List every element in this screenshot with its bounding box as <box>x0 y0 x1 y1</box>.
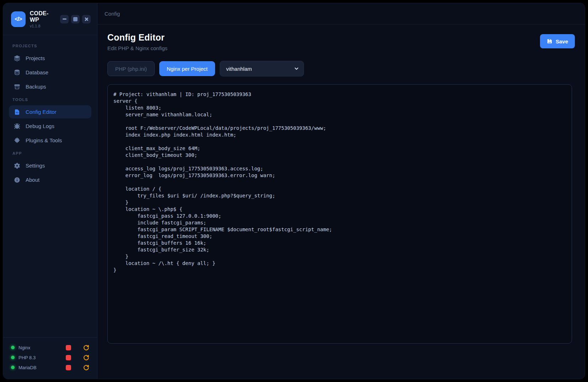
service-name: MariaDB <box>18 365 62 370</box>
section-label-app: APP <box>12 151 88 155</box>
refresh-icon[interactable] <box>83 355 89 361</box>
service-row-php: PHP 8.3 <box>11 352 89 362</box>
section-label-tools: TOOLS <box>12 97 88 102</box>
sidebar-item-label: Config Editor <box>26 109 57 115</box>
service-name: Nginx <box>18 345 62 350</box>
sidebar-item-label: Plugins & Tools <box>26 137 62 143</box>
sidebar-header: </> CODE-WP v1.1.8 <box>3 3 97 35</box>
sidebar-item-label: Backups <box>26 84 46 90</box>
app-logo-icon: </> <box>11 11 26 27</box>
sidebar: </> CODE-WP v1.1.8 PROJECTS Projects <box>3 3 97 379</box>
breadcrumb: Config <box>105 11 120 17</box>
service-row-mariadb: MariaDB <box>11 362 89 372</box>
sidebar-item-label: Database <box>26 69 48 75</box>
layers-icon <box>14 55 20 62</box>
sidebar-item-projects[interactable]: Projects <box>9 52 91 65</box>
status-dot <box>11 366 15 369</box>
app-title: CODE-WP <box>30 10 56 23</box>
sidebar-item-backups[interactable]: Backups <box>9 80 91 93</box>
tab-php-ini[interactable]: PHP (php.ini) <box>107 61 155 76</box>
section-label-projects: PROJECTS <box>12 44 88 48</box>
config-tabs: PHP (php.ini) Nginx per Project vithanhl… <box>107 61 575 76</box>
refresh-icon[interactable] <box>83 365 89 371</box>
page-title-block: Config Editor Edit PHP & Nginx configs <box>107 32 167 51</box>
service-row-nginx: Nginx <box>11 343 89 352</box>
refresh-icon[interactable] <box>83 345 89 351</box>
status-dot <box>11 346 15 349</box>
sidebar-item-settings[interactable]: Settings <box>9 159 91 172</box>
archive-icon <box>14 83 20 90</box>
app-title-block: CODE-WP v1.1.8 <box>30 10 56 28</box>
project-select-wrap: vithanhlam <box>220 61 304 76</box>
window-controls <box>60 15 91 23</box>
bug-icon <box>14 123 20 129</box>
stop-icon[interactable] <box>66 355 71 360</box>
save-button-label: Save <box>556 38 568 44</box>
page-header: Config Editor Edit PHP & Nginx configs S… <box>107 32 575 51</box>
minimize-icon <box>63 18 66 20</box>
maximize-button[interactable] <box>71 15 80 23</box>
database-icon <box>14 69 20 76</box>
topbar: Config <box>97 3 585 25</box>
save-icon <box>547 38 552 44</box>
service-status-panel: Nginx PHP 8.3 MariaDB <box>3 337 97 379</box>
status-dot <box>11 356 15 359</box>
sidebar-item-plugins-tools[interactable]: Plugins & Tools <box>9 134 91 147</box>
close-icon <box>84 17 89 21</box>
minimize-button[interactable] <box>60 15 69 23</box>
stop-icon[interactable] <box>66 345 71 350</box>
sidebar-item-label: Settings <box>26 163 45 169</box>
sidebar-item-debug-logs[interactable]: Debug Logs <box>9 120 91 133</box>
sidebar-item-database[interactable]: Database <box>9 66 91 79</box>
sidebar-nav: PROJECTS Projects Database Backups TO <box>3 35 97 337</box>
file-code-icon <box>14 108 20 115</box>
tab-nginx-per-project[interactable]: Nginx per Project <box>159 61 215 76</box>
page-title: Config Editor <box>107 32 167 43</box>
app-version: v1.1.8 <box>30 24 56 28</box>
gear-icon <box>14 162 20 169</box>
service-name: PHP 8.3 <box>18 355 62 360</box>
stop-icon[interactable] <box>66 365 71 370</box>
config-editor-textarea[interactable] <box>107 84 572 344</box>
maximize-icon <box>73 17 77 21</box>
sidebar-item-about[interactable]: About <box>9 173 91 186</box>
app-window: </> CODE-WP v1.1.8 PROJECTS Projects <box>3 3 585 379</box>
content: Config Editor Edit PHP & Nginx configs S… <box>97 25 585 379</box>
close-button[interactable] <box>82 15 91 23</box>
page-subtitle: Edit PHP & Nginx configs <box>107 45 167 51</box>
save-button[interactable]: Save <box>540 34 575 48</box>
project-select[interactable]: vithanhlam <box>220 61 304 76</box>
sidebar-item-config-editor[interactable]: Config Editor <box>9 105 91 118</box>
puzzle-icon <box>14 137 20 144</box>
sidebar-item-label: Debug Logs <box>26 123 54 129</box>
sidebar-item-label: Projects <box>26 55 45 61</box>
main-area: Config Config Editor Edit PHP & Nginx co… <box>97 3 585 379</box>
info-icon <box>14 176 20 183</box>
sidebar-item-label: About <box>26 177 39 183</box>
